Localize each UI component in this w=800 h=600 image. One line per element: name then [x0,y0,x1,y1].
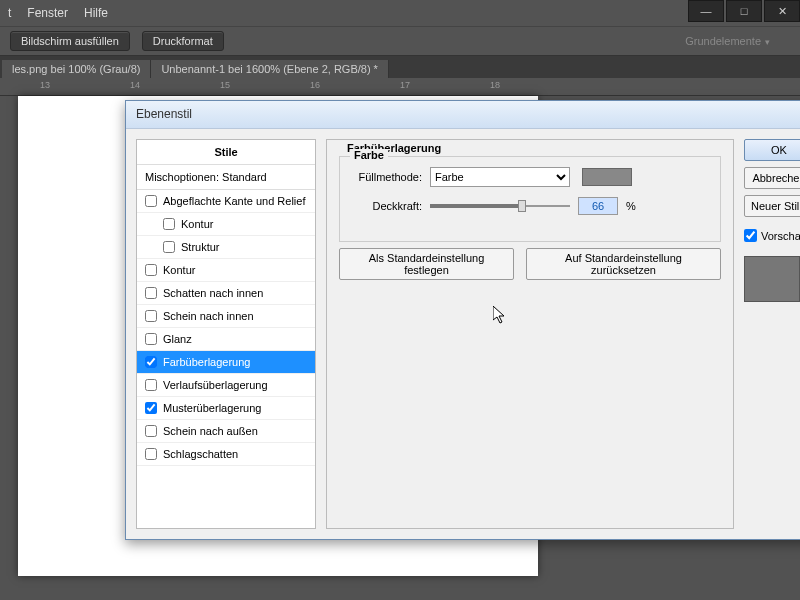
dropshadow-checkbox[interactable] [145,448,157,460]
preview-check-row[interactable]: Vorschau [744,229,800,242]
bevel-checkbox[interactable] [145,195,157,207]
document-tabs: les.png bei 100% (Grau/8) Unbenannt-1 be… [0,56,800,78]
document-tab-2[interactable]: Unbenannt-1 bei 1600% (Ebene 2, RGB/8) * [151,60,388,78]
opacity-input[interactable]: 66 [578,197,618,215]
style-item-dropshadow[interactable]: Schlagschatten [137,443,315,466]
innerglow-checkbox[interactable] [145,310,157,322]
styles-header[interactable]: Stile [137,140,315,165]
blendmode-label: Füllmethode: [352,171,422,183]
innershadow-checkbox[interactable] [145,287,157,299]
workspace-switcher[interactable]: Grundelemente [685,35,790,47]
gradientoverlay-label: Verlaufsüberlagerung [163,379,268,391]
style-item-innerglow[interactable]: Schein nach innen [137,305,315,328]
innershadow-label: Schatten nach innen [163,287,263,299]
style-item-satin[interactable]: Glanz [137,328,315,351]
make-default-button[interactable]: Als Standardeinstellung festlegen [339,248,514,280]
contour-checkbox[interactable] [163,218,175,230]
style-item-outerglow[interactable]: Schein nach außen [137,420,315,443]
reset-default-button[interactable]: Auf Standardeinstellung zurücksetzen [526,248,721,280]
dialog-title: Ebenenstil [126,101,800,129]
innerglow-label: Schein nach innen [163,310,254,322]
maximize-button[interactable]: □ [726,0,762,22]
style-item-bevel[interactable]: Abgeflachte Kante und Relief [137,190,315,213]
styles-list: Stile Mischoptionen: Standard Abgeflacht… [136,139,316,529]
fit-screen-button[interactable]: Bildschirm ausfüllen [10,31,130,51]
print-size-button[interactable]: Druckformat [142,31,224,51]
coloroverlay-label: Farbüberlagerung [163,356,250,368]
texture-checkbox[interactable] [163,241,175,253]
new-style-button[interactable]: Neuer Stil... [744,195,800,217]
style-item-texture[interactable]: Struktur [137,236,315,259]
cancel-button[interactable]: Abbrechen [744,167,800,189]
horizontal-ruler: 13 14 15 16 17 18 [0,78,800,96]
menu-window[interactable]: Fenster [27,6,68,20]
satin-checkbox[interactable] [145,333,157,345]
layer-style-dialog: Ebenenstil Stile Mischoptionen: Standard… [125,100,800,540]
style-item-gradientoverlay[interactable]: Verlaufsüberlagerung [137,374,315,397]
blending-options-item[interactable]: Mischoptionen: Standard [137,165,315,190]
outerglow-label: Schein nach außen [163,425,258,437]
preview-checkbox[interactable] [744,229,757,242]
close-button[interactable]: ✕ [764,0,800,22]
menu-truncated[interactable]: t [8,6,11,20]
blendmode-select[interactable]: Farbe [430,167,570,187]
color-swatch[interactable] [582,168,632,186]
document-tab-1[interactable]: les.png bei 100% (Grau/8) [2,60,151,78]
menu-help[interactable]: Hilfe [84,6,108,20]
style-item-stroke[interactable]: Kontur [137,259,315,282]
style-item-innershadow[interactable]: Schatten nach innen [137,282,315,305]
style-item-coloroverlay[interactable]: Farbüberlagerung [137,351,315,374]
opacity-unit: % [626,200,636,212]
color-group-label: Farbe [350,149,388,161]
contour-label: Kontur [181,218,213,230]
dropshadow-label: Schlagschatten [163,448,238,460]
minimize-button[interactable]: — [688,0,724,22]
satin-label: Glanz [163,333,192,345]
preview-label: Vorschau [761,230,800,242]
stroke-label: Kontur [163,264,195,276]
style-item-contour[interactable]: Kontur [137,213,315,236]
opacity-slider[interactable] [430,198,570,214]
menu-bar: t Fenster Hilfe [0,0,800,26]
dialog-right-column: OK Abbrechen Neuer Stil... Vorschau [744,139,800,529]
opacity-label: Deckkraft: [352,200,422,212]
preview-swatch [744,256,800,302]
stroke-checkbox[interactable] [145,264,157,276]
patternoverlay-label: Musterüberlagerung [163,402,261,414]
gradientoverlay-checkbox[interactable] [145,379,157,391]
options-bar: Bildschirm ausfüllen Druckformat Grundel… [0,26,800,56]
ok-button[interactable]: OK [744,139,800,161]
texture-label: Struktur [181,241,220,253]
settings-panel: Farbüberlagerung Farbe Füllmethode: Farb… [326,139,734,529]
outerglow-checkbox[interactable] [145,425,157,437]
window-controls: — □ ✕ [686,0,800,22]
style-item-patternoverlay[interactable]: Musterüberlagerung [137,397,315,420]
patternoverlay-checkbox[interactable] [145,402,157,414]
bevel-label: Abgeflachte Kante und Relief [163,195,306,207]
coloroverlay-checkbox[interactable] [145,356,157,368]
